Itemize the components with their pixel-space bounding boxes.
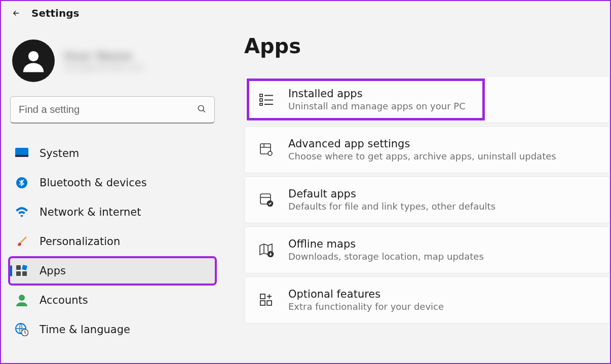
sidebar-item-personalization[interactable]: Personalization bbox=[9, 228, 216, 255]
person-icon bbox=[15, 294, 28, 307]
nav: System Bluetooth & devices Network & int… bbox=[9, 140, 216, 343]
svg-rect-6 bbox=[22, 265, 27, 270]
bluetooth-icon bbox=[15, 176, 28, 189]
profile-text: User Name user@example.com bbox=[64, 50, 144, 72]
nav-label: System bbox=[40, 147, 79, 159]
svg-rect-20 bbox=[260, 294, 265, 299]
svg-rect-14 bbox=[260, 103, 262, 105]
svg-rect-21 bbox=[260, 301, 265, 305]
svg-point-1 bbox=[198, 105, 204, 111]
back-button[interactable] bbox=[11, 8, 21, 18]
card-subtitle: Defaults for file and link types, other … bbox=[288, 201, 495, 212]
card-subtitle: Choose where to get apps, archive apps, … bbox=[288, 151, 556, 161]
globe-clock-icon bbox=[15, 323, 28, 336]
window-title: Settings bbox=[31, 7, 79, 19]
svg-point-4 bbox=[16, 177, 27, 188]
svg-rect-8 bbox=[22, 271, 27, 276]
card-subtitle: Extra functionality for your device bbox=[288, 301, 444, 312]
svg-rect-22 bbox=[267, 301, 272, 305]
map-download-icon bbox=[259, 242, 274, 258]
main-content: Apps Installed apps Uninstall and manage… bbox=[224, 25, 610, 363]
sidebar-item-accounts[interactable]: Accounts bbox=[9, 287, 216, 314]
brush-icon bbox=[15, 235, 28, 248]
wifi-icon bbox=[15, 206, 28, 219]
card-offline-maps[interactable]: Offline maps Downloads, storage location… bbox=[244, 226, 610, 273]
card-default-apps[interactable]: Default apps Defaults for file and link … bbox=[244, 176, 610, 223]
card-title: Installed apps bbox=[288, 88, 466, 100]
search-box bbox=[10, 96, 215, 124]
list-icon bbox=[259, 92, 274, 107]
card-title: Offline maps bbox=[288, 238, 484, 250]
svg-point-16 bbox=[268, 151, 272, 155]
nav-label: Apps bbox=[40, 265, 66, 277]
svg-rect-7 bbox=[16, 271, 21, 276]
nav-label: Time & language bbox=[40, 323, 130, 336]
sidebar-item-system[interactable]: System bbox=[9, 140, 216, 167]
card-title: Optional features bbox=[288, 288, 444, 300]
card-title: Default apps bbox=[288, 188, 495, 200]
apps-icon bbox=[15, 264, 28, 277]
nav-label: Bluetooth & devices bbox=[40, 177, 147, 189]
card-installed-apps[interactable]: Installed apps Uninstall and manage apps… bbox=[244, 76, 610, 123]
profile-section[interactable]: User Name user@example.com bbox=[9, 35, 216, 96]
card-title: Advanced app settings bbox=[288, 138, 556, 150]
svg-rect-3 bbox=[15, 155, 28, 157]
app-gear-icon bbox=[259, 142, 274, 157]
svg-rect-5 bbox=[16, 265, 21, 270]
sidebar-item-time[interactable]: Time & language bbox=[9, 316, 216, 343]
sidebar-item-apps[interactable]: Apps bbox=[9, 257, 216, 285]
svg-point-9 bbox=[19, 295, 25, 301]
titlebar: Settings bbox=[1, 1, 610, 25]
svg-rect-13 bbox=[260, 99, 262, 101]
sidebar: User Name user@example.com System Blue bbox=[1, 25, 224, 363]
svg-rect-12 bbox=[260, 94, 262, 97]
sidebar-item-bluetooth[interactable]: Bluetooth & devices bbox=[9, 169, 216, 196]
settings-cards: Installed apps Uninstall and manage apps… bbox=[244, 76, 610, 323]
nav-label: Network & internet bbox=[40, 206, 141, 218]
sidebar-item-network[interactable]: Network & internet bbox=[9, 198, 216, 226]
nav-label: Accounts bbox=[40, 294, 88, 306]
search-icon bbox=[197, 104, 207, 116]
app-check-icon bbox=[259, 192, 274, 208]
page-title: Apps bbox=[244, 34, 610, 58]
grid-add-icon bbox=[259, 293, 274, 308]
svg-point-0 bbox=[28, 51, 39, 61]
card-advanced-app-settings[interactable]: Advanced app settings Choose where to ge… bbox=[244, 126, 610, 173]
search-input[interactable] bbox=[10, 96, 215, 124]
card-subtitle: Uninstall and manage apps on your PC bbox=[288, 101, 466, 111]
system-icon bbox=[15, 147, 28, 160]
nav-label: Personalization bbox=[40, 235, 120, 248]
avatar bbox=[12, 39, 55, 82]
card-optional-features[interactable]: Optional features Extra functionality fo… bbox=[244, 276, 610, 323]
card-subtitle: Downloads, storage location, map updates bbox=[288, 251, 484, 262]
